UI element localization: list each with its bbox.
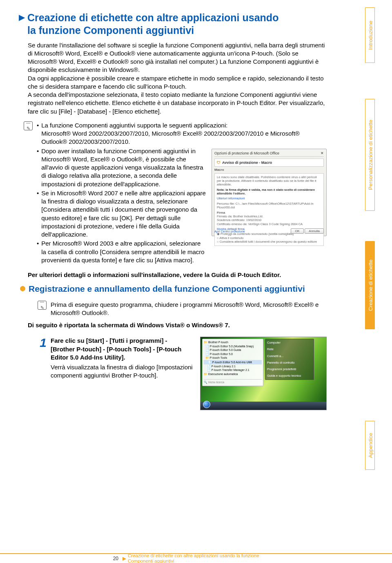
note-icon: —✎ [24, 121, 33, 130]
footer-title: Creazione di etichette con altre applica… [128, 553, 259, 563]
step1-instruction: Fare clic su [Start] - [Tutti i programm… [51, 337, 182, 361]
side-nav-tabs: Introduzione Personalizzazione di etiche… [365, 7, 380, 470]
tab-introduzione[interactable]: Introduzione [365, 7, 375, 63]
ok-button[interactable]: OK [291, 228, 304, 234]
note-icon: —✎ [38, 301, 47, 310]
intro-paragraph: Se durante l'installazione del software … [28, 41, 327, 116]
triangle-icon: ▶ [19, 13, 25, 21]
tab-appendice[interactable]: Appendice [365, 421, 375, 470]
step-1: 1 Fare clic su [Start] - [Tutti i progra… [35, 337, 327, 410]
sub-heading-row: Registrazione e annullamento della funzi… [19, 283, 327, 295]
start-menu-thumb: 📁 Brother P-touch 📄 P-touch Editor 5.0 (… [200, 337, 327, 410]
close-icon[interactable]: ✕ [321, 151, 324, 156]
page-footer: 20 ▶ Creazione di etichette con altre ap… [0, 553, 392, 563]
sub-heading: Registrazione e annullamento della funzi… [29, 283, 305, 295]
security-dialog-thumb: Opzioni di protezione di Microsoft Offic… [212, 149, 327, 236]
note1-bullet1: La funzione Componenti aggiuntivi suppor… [41, 121, 327, 146]
page-number: 20 [0, 555, 122, 562]
triangle-icon: ▶ [122, 555, 126, 562]
note1-bullet4: Per Microsoft® Word 2003 e altre applica… [41, 239, 206, 264]
bullet-icon [20, 286, 25, 291]
note-block-2: —✎ Prima di eseguire questo programma, c… [38, 301, 327, 317]
cancel-button[interactable]: Annulla [305, 228, 324, 234]
tab-creazione[interactable]: Creazione di etichette [365, 241, 375, 329]
section-heading: ▶ Creazione di etichette con altre appli… [19, 11, 327, 37]
tab-personalizzazione[interactable]: Personalizzazione di etichette [365, 99, 375, 211]
shield-icon: 🛡 [217, 160, 220, 165]
step-number: 1 [35, 337, 47, 349]
step1-result: Verrà visualizzata la finestra di dialog… [51, 363, 193, 380]
note1-bullet3: Se in Microsoft® Word 2007 e nelle altre… [41, 189, 206, 239]
vista-caption: Di seguito è riportata la schermata di W… [28, 321, 327, 329]
note-block-1: —✎ La funzione Componenti aggiuntivi sup… [24, 121, 327, 265]
more-info-link[interactable]: Ulteriori informazioni [217, 197, 321, 200]
guide-reference: Per ulteriori dettagli o informazioni su… [28, 271, 327, 279]
page-title: Creazione di etichette con altre applica… [27, 11, 278, 37]
note1-bullet2: Dopo aver installato la funzione Compone… [41, 147, 206, 188]
trust-center-link[interactable]: Apri Centro protezione [214, 230, 245, 234]
